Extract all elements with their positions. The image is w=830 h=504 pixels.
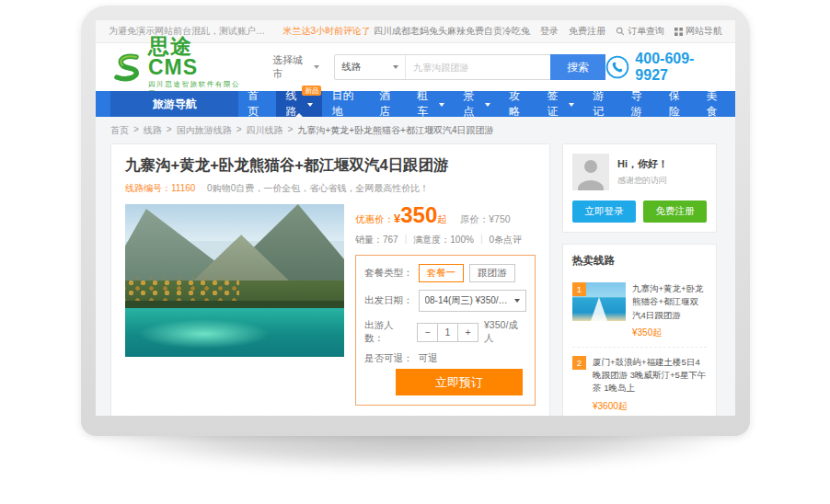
date-label: 出发日期： [364, 294, 413, 307]
quantity-value[interactable]: 1 [437, 323, 458, 342]
comment-highlight: 米兰达3小时前评论了 [282, 25, 371, 38]
nav-item-destinations[interactable]: 目的地 [322, 91, 370, 117]
greeting: Hi，你好！ [617, 157, 668, 171]
hot-routes-card: 热卖线路 1 九寨沟+黄龙+卧龙熊猫谷+都江堰双汽4日跟团游 ¥350起 [562, 244, 717, 416]
browser-screen: 为避免演示网站前台混乱，测试账户无权更改演示网站数据！演示网站数据不全是最终效果… [96, 20, 735, 416]
nav-item-routes[interactable]: 新品 线路 [276, 91, 322, 117]
hot-route-price: ¥3600起 [593, 400, 707, 413]
refund-value: 可退 [419, 352, 438, 365]
book-now-button[interactable]: 立即预订 [396, 369, 523, 395]
booking-box: 套餐类型： 套餐一 跟团游 出发日期： 08-14(周三) ¥350/成人 [355, 255, 536, 406]
search-category-select[interactable]: 线路 [335, 55, 406, 79]
login-link[interactable]: 登录 [540, 25, 559, 38]
product-panel: 九寨沟+黄龙+卧龙熊猫谷+都江堰双汽4日跟团游 线路编号：11160 0购物0自… [110, 143, 550, 416]
chevron-down-icon [393, 65, 398, 69]
breadcrumb: 首页 > 线路 > 国内旅游线路 > 四川线路 > 九寨沟+黄龙+卧龙熊猫谷+都… [110, 117, 720, 143]
package-option-2[interactable]: 跟团游 [469, 264, 515, 282]
chevron-down-icon [569, 103, 574, 107]
sale-price: 350 [400, 204, 437, 226]
register-link[interactable]: 免费注册 [569, 25, 605, 38]
laptop-bezel: 为避免演示网站前台混乱，测试账户无权更改演示网站数据！演示网站数据不全是最终效果… [81, 6, 750, 436]
dropdown-caret-icon [295, 113, 303, 117]
hot-route-price: ¥350起 [632, 326, 707, 339]
breadcrumb-item[interactable]: 首页 [110, 124, 129, 137]
per-person-price: ¥350/成人 [484, 319, 526, 345]
site-nav-link[interactable]: 网站导航 [674, 25, 722, 38]
stats-row: 销量：767 | 满意度：100% | 0条点评 [355, 234, 536, 246]
satisfaction: 满意度：100% [413, 234, 474, 246]
hot-routes-title: 热卖线路 [572, 254, 707, 274]
breadcrumb-item[interactable]: 线路 [144, 124, 162, 137]
nav-item-hotels[interactable]: 酒店 [370, 91, 408, 117]
plus-button[interactable]: + [457, 323, 478, 342]
original-price: 原价：¥750 [460, 213, 511, 226]
nav-travel-directory[interactable]: 旅游导航 [110, 91, 238, 117]
rank-badge: 1 [572, 282, 586, 296]
grid-icon [674, 28, 683, 36]
depart-city: 成都 [416, 415, 435, 416]
page-body: 首页 > 线路 > 国内旅游线路 > 四川线路 > 九寨沟+黄龙+卧龙熊猫谷+都… [96, 117, 735, 416]
hot-route-thumbnail: 1 [572, 282, 626, 321]
service-phone: 400-609-9927 [605, 51, 720, 84]
avatar [572, 154, 609, 190]
chevron-down-icon [439, 103, 444, 107]
search-button[interactable]: 搜索 [550, 54, 605, 80]
logo[interactable]: 思途CMS 四川思途智旅软件有限公司 [110, 36, 241, 98]
sales-count: 销量：767 [355, 234, 398, 246]
nav-item-guides[interactable]: 攻略 [500, 91, 537, 117]
package-label: 套餐类型： [364, 267, 413, 280]
people-label: 出游人数： [364, 319, 411, 345]
sidebar: Hi，你好！ 感谢您的访问 立即登录 免费注册 热卖线路 [562, 143, 717, 416]
nav-item-insurance[interactable]: 保险 [660, 91, 697, 117]
nav-item-attractions[interactable]: 景点 [454, 91, 500, 117]
route-code: 线路编号：11160 [125, 183, 195, 193]
review-count: 0条点评 [489, 234, 522, 246]
main-photo[interactable] [125, 204, 344, 357]
chevron-down-icon [514, 299, 520, 303]
main-nav: 旅游导航 首页 新品 线路 目的地 酒店 租车 景点 攻略 签证 [96, 91, 735, 117]
hot-route-item[interactable]: 2 厦门+鼓浪屿+福建土楼5日4晚跟团游 3晚威斯汀+5星下午茶 1晚岛上 ¥3… [572, 347, 707, 416]
page-title: 九寨沟+黄龙+卧龙熊猫谷+都江堰双汽4日跟团游 [125, 155, 536, 176]
nav-item-car-rental[interactable]: 租车 [408, 91, 454, 117]
route-details: 出发地： 成都 旅游天数： 3天2晚 积分优惠： [355, 415, 536, 416]
nav-item-visa[interactable]: 签证 [537, 91, 583, 117]
hot-route-title: 厦门+鼓浪屿+福建土楼5日4晚跟团游 3晚威斯汀+5星下午茶 1晚岛上 [593, 356, 707, 395]
order-query-link[interactable]: 订单查询 [616, 25, 664, 38]
laptop-mockup: 为避免演示网站前台混乱，测试账户无权更改演示网站数据！演示网站数据不全是最终效果… [0, 0, 830, 504]
site-header: 思途CMS 四川思途智旅软件有限公司 选择城市 线路 搜索 [96, 43, 735, 91]
date-select[interactable]: 08-14(周三) ¥350/成人 [419, 290, 527, 312]
breadcrumb-item[interactable]: 国内旅游线路 [177, 124, 232, 137]
chevron-down-icon [307, 103, 313, 107]
search-input[interactable] [406, 55, 551, 79]
search-box: 线路 搜索 [334, 54, 605, 80]
rank-badge: 2 [572, 356, 586, 370]
price-row: 优惠价： ¥ 350 起 原价：¥750 [355, 204, 536, 226]
breadcrumb-item[interactable]: 四川线路 [247, 124, 283, 137]
minus-button[interactable]: − [417, 323, 438, 342]
city-select[interactable]: 选择城市 [272, 53, 319, 81]
comment-text: 四川成都老妈兔头麻辣免费自贡冷吃兔 [374, 25, 530, 38]
hot-route-item[interactable]: 1 九寨沟+黄龙+卧龙熊猫谷+都江堰双汽4日跟团游 ¥350起 [572, 274, 707, 347]
breadcrumb-current: 九寨沟+黄龙+卧龙熊猫谷+都江堰双汽4日跟团游 [297, 124, 493, 137]
phone-icon [605, 55, 629, 79]
latest-comment-link[interactable]: 米兰达3小时前评论了 四川成都老妈兔头麻辣免费自贡冷吃兔 [282, 25, 530, 38]
nav-item-food[interactable]: 美食 [697, 91, 735, 117]
login-button[interactable]: 立即登录 [572, 200, 636, 223]
refund-label: 是否可退： [364, 352, 413, 365]
register-button[interactable]: 免费注册 [643, 200, 707, 223]
nav-item-home[interactable]: 首页 [238, 91, 276, 117]
logo-icon [110, 51, 144, 84]
chevron-down-icon [314, 65, 319, 69]
route-slogan: 0购物0自费，一价全包，省心省钱，全网最高性价比！ [207, 183, 429, 193]
chevron-down-icon [485, 103, 490, 107]
new-badge: 新品 [302, 86, 321, 96]
quantity-stepper: − 1 + [417, 323, 478, 342]
welcome-text: 感谢您的访问 [617, 175, 668, 187]
package-option-1[interactable]: 套餐一 [419, 264, 465, 282]
nav-item-travel-notes[interactable]: 游记 [583, 91, 621, 117]
logo-text: 思途CMS [148, 36, 241, 78]
login-card: Hi，你好！ 感谢您的访问 立即登录 免费注册 [562, 143, 717, 233]
nav-item-tour-guide[interactable]: 导游 [622, 91, 660, 117]
search-icon [616, 27, 625, 36]
hot-route-title: 九寨沟+黄龙+卧龙熊猫谷+都江堰双汽4日跟团游 [632, 282, 707, 322]
